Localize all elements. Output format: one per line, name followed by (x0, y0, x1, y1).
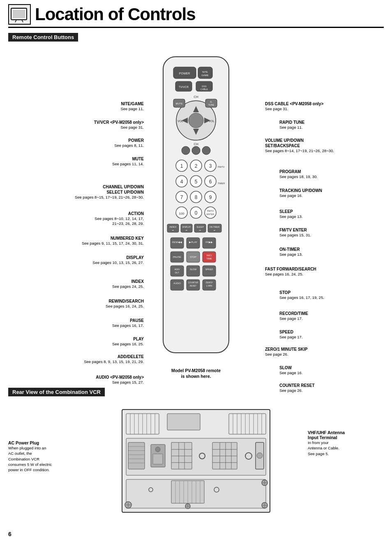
svg-text:4: 4 (180, 179, 183, 185)
label-sleep: SLEEP See page 13. (279, 209, 392, 219)
label-rewind: REWIND/SEARCH See pages 16, 24, 25. (21, 299, 144, 309)
svg-point-145 (257, 453, 263, 458)
svg-text:0: 0 (195, 210, 198, 216)
svg-text:ADD/: ADD/ (174, 268, 180, 271)
svg-text:CH: CH (194, 142, 198, 146)
label-audio: AUDIO <PV-M2058 only> See pages 15, 27. (21, 375, 144, 385)
svg-text:RESET: RESET (190, 285, 197, 287)
svg-text:DLT: DLT (175, 271, 180, 274)
svg-text:9: 9 (209, 194, 212, 200)
rear-section: Rear View of the Combination VCR (8, 388, 384, 529)
header-icon (8, 4, 31, 25)
svg-text:INDEX: INDEX (170, 226, 177, 228)
svg-rect-92 (171, 280, 184, 290)
svg-text:SLOW: SLOW (190, 268, 197, 271)
label-fast-forward: FAST FORWARD/SEARCH See pages 16, 24, 25… (265, 266, 392, 277)
remote-section-label: Remote Control Buttons (8, 33, 78, 42)
page-header: Location of Controls (8, 4, 384, 28)
svg-text:TUNE: TUNE (208, 104, 214, 106)
label-action: ACTION See pages 8~10, 12, 14, 17, 21~23… (21, 211, 144, 227)
svg-text:7: 7 (180, 194, 183, 200)
svg-text:SPEED: SPEED (205, 268, 213, 271)
label-tracking: TRACKING UP/DOWN See page 16. (279, 188, 392, 198)
svg-point-127 (155, 447, 160, 452)
svg-rect-85 (171, 266, 184, 276)
label-nite-game: NITE/GAME See page 11. (8, 101, 144, 111)
remote-section-header: Remote Control Buttons (8, 33, 384, 46)
label-speed: SPEED See page 17. (279, 329, 392, 340)
svg-text:▪▪: ▪▪ (186, 229, 187, 231)
svg-text:▪▪: ▪▪ (199, 229, 201, 231)
label-fmtv-enter: FM/TV ENTER See pages 15, 31. (279, 227, 392, 238)
label-counter-reset: COUNTER RESET See page 26. (279, 383, 392, 393)
svg-text:CABLE: CABLE (201, 88, 208, 90)
svg-text:TV/VCR: TV/VCR (179, 86, 189, 88)
label-zero-skip: ZERO/1 MINUTE SKIP See page 26. (265, 347, 392, 357)
svg-text:3: 3 (209, 163, 212, 169)
svg-text:TIME: TIME (206, 257, 212, 260)
svg-text:DSS: DSS (202, 85, 207, 88)
svg-rect-88 (187, 266, 200, 276)
svg-text:ON-TIMER: ON-TIMER (210, 226, 220, 228)
rear-section-label: Rear View of the Combination VCR (8, 388, 105, 396)
svg-text:R.: R. (210, 101, 212, 103)
svg-text:MUTE: MUTE (176, 102, 183, 105)
svg-text:NITE: NITE (202, 71, 208, 73)
label-add-delete: ADD/DELETE See pages 8, 9, 13, 15, 19, 2… (8, 354, 144, 364)
svg-text:100: 100 (179, 212, 184, 215)
label-power: POWER See pages 8, 11. (8, 138, 144, 148)
label-program: PROGRAM See pages 18, 19, 30. (279, 169, 392, 179)
svg-text:VOL: VOL (178, 120, 183, 123)
svg-point-57 (205, 207, 216, 218)
svg-rect-82 (203, 252, 216, 262)
label-index: INDEX See pages 24, 25. (8, 279, 144, 289)
label-volume: VOLUME UP/DOWN SET/BACKSPACE See pages 8… (265, 138, 392, 153)
svg-text:CH: CH (194, 95, 198, 99)
label-on-timer: ON-TIMER See page 13. (279, 247, 392, 257)
page-title: Location of Controls (35, 5, 196, 24)
svg-text:1: 1 (180, 163, 183, 169)
label-dss-cable: DSS CABLE <PV-M2058 only> See page 31. (265, 101, 392, 111)
label-stop: STOP See pages 16, 17, 19, 25. (279, 290, 392, 300)
svg-text:POWER: POWER (179, 72, 190, 75)
svg-text:2: 2 (195, 163, 198, 169)
svg-text:5: 5 (195, 179, 198, 185)
svg-text:REC/: REC/ (206, 254, 212, 257)
svg-text:COUNTER: COUNTER (188, 281, 198, 284)
svg-text:▪▪: ▪▪ (214, 229, 215, 231)
svg-point-31 (192, 146, 200, 155)
svg-text:STOP: STOP (190, 256, 196, 258)
label-display: DISPLAY See pages 10, 13, 15, 26, 27. (21, 255, 144, 265)
svg-point-32 (202, 146, 210, 155)
svg-rect-128 (153, 454, 163, 464)
label-rapid-tune: RAPID TUNE See page 11. (279, 120, 392, 130)
svg-text:8: 8 (195, 194, 198, 200)
svg-point-30 (182, 146, 190, 155)
label-numbered-key: NUMBERED KEY See pages 9, 11, 15, 17, 24… (8, 236, 144, 246)
svg-text:TIMER: TIMER (218, 182, 225, 185)
svg-text:▪▪: ▪▪ (172, 229, 174, 231)
svg-text:DISPLAY: DISPLAY (182, 226, 191, 228)
svg-text:GAME: GAME (201, 74, 209, 76)
svg-rect-109 (167, 414, 200, 430)
label-channel-updown: CHANNEL UP/DOWN SELECT UP/DOWN See pages… (8, 184, 144, 200)
svg-text:PAUSE: PAUSE (173, 256, 181, 258)
svg-text:ZERO/: ZERO/ (206, 281, 213, 284)
remote-image: POWER NITE GAME TV/VCR DSS CABLE CH MUTE (151, 55, 241, 368)
svg-text:SLEEP: SLEEP (196, 226, 204, 228)
svg-text:FM/TV: FM/TV (218, 166, 225, 168)
svg-text:VOL: VOL (209, 120, 214, 123)
svg-rect-119 (126, 438, 266, 475)
svg-text:ENTER: ENTER (207, 213, 214, 215)
label-tvvcr: TV/VCR <PV-M2058 only> See page 31. (21, 120, 144, 130)
svg-rect-19 (205, 99, 217, 107)
label-slow: SLOW See page 16. (279, 365, 392, 375)
model-note: Model PV-M2058 remote is shown here. (155, 368, 237, 380)
svg-rect-1 (13, 10, 25, 18)
svg-text:AUDIO: AUDIO (173, 282, 181, 285)
label-record-time: RECORD/TIME See page 17. (279, 311, 392, 321)
svg-text:1 MIN: 1 MIN (206, 285, 212, 287)
rear-diagram: AC Power Plug When plugged into anAC out… (8, 401, 384, 529)
svg-point-28 (189, 113, 203, 128)
label-pause: PAUSE See pages 16, 17. (8, 318, 144, 328)
